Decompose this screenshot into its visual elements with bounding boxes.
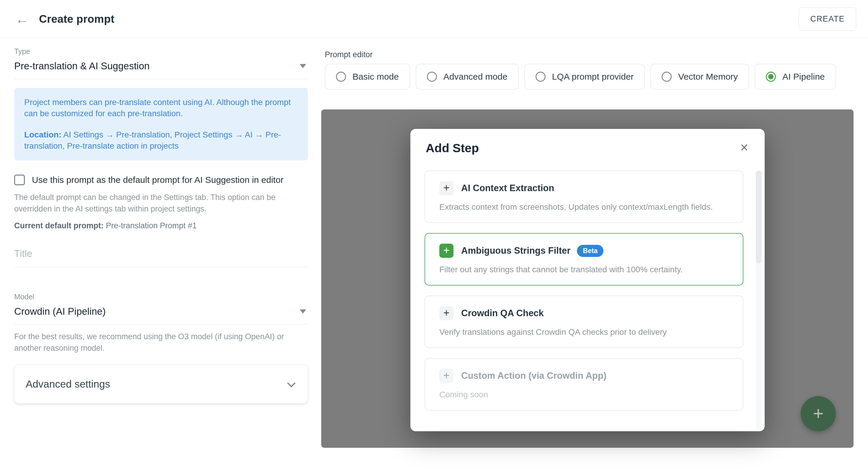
step-title: Custom Action (via Crowdin App): [461, 370, 607, 381]
mode-label: AI Pipeline: [782, 72, 825, 82]
radio-icon: [662, 72, 672, 82]
top-bar: ← Create prompt CREATE: [0, 0, 868, 38]
mode-vector-memory[interactable]: Vector Memory: [650, 64, 749, 90]
model-select[interactable]: Crowdin (AI Pipeline): [14, 306, 308, 325]
step-ambiguous-strings-filter[interactable]: + Ambiguous Strings Filter Beta Filter o…: [425, 233, 743, 286]
modal-title: Add Step: [426, 141, 479, 155]
step-description: Filter out any strings that cannot be tr…: [439, 265, 743, 274]
default-prompt-checkbox-label: Use this prompt as the default prompt fo…: [32, 175, 283, 185]
title-field: [14, 248, 308, 267]
plus-icon: +: [439, 369, 454, 383]
plus-icon: +: [439, 306, 454, 320]
prompt-form: Type Pre-translation & AI Suggestion Pro…: [14, 38, 308, 404]
default-prompt-checkbox-row: Use this prompt as the default prompt fo…: [14, 175, 308, 185]
caret-down-icon: [300, 64, 306, 68]
step-title: Crowdin QA Check: [461, 308, 544, 319]
model-field: Model Crowdin (AI Pipeline) For the best…: [14, 293, 308, 354]
advanced-settings-label: Advanced settings: [26, 378, 110, 390]
step-head: + Custom Action (via Crowdin App): [439, 369, 743, 383]
info-location-label: Location:: [24, 130, 61, 139]
mode-advanced[interactable]: Advanced mode: [416, 64, 519, 90]
step-crowdin-qa-check[interactable]: + Crowdin QA Check Verify translations a…: [425, 296, 743, 348]
info-location: Location: AI Settings → Pre-translation,…: [24, 129, 298, 152]
mode-label: Basic mode: [352, 72, 399, 82]
default-prompt-help: The default prompt can be changed in the…: [14, 192, 308, 215]
step-description: Coming soon: [439, 390, 743, 399]
radio-selected-icon: [766, 72, 776, 82]
mode-basic[interactable]: Basic mode: [325, 64, 410, 90]
default-prompt-checkbox[interactable]: [14, 175, 25, 185]
back-arrow-icon[interactable]: ←: [16, 12, 29, 26]
caret-down-icon: [300, 309, 306, 313]
mode-lqa-prompt-provider[interactable]: LQA prompt provider: [524, 64, 645, 90]
current-default-label: Current default prompt:: [14, 221, 104, 230]
advanced-settings-expander[interactable]: Advanced settings: [14, 365, 308, 404]
step-description: Verify translations against Crowdin QA c…: [439, 327, 743, 337]
step-head: + AI Context Extraction: [439, 181, 743, 195]
model-value: Crowdin (AI Pipeline): [14, 306, 106, 317]
type-value: Pre-translation & AI Suggestion: [14, 61, 150, 72]
current-default-value: Pre-translation Prompt #1: [106, 221, 197, 230]
plus-icon: +: [439, 244, 454, 258]
info-box: Project members can pre-translate conten…: [14, 88, 308, 161]
prompt-editor-label: Prompt editor: [325, 50, 373, 59]
model-label: Model: [14, 293, 308, 301]
create-prompt-page: ← Create prompt CREATE Type Pre-translat…: [0, 0, 868, 469]
step-custom-action: + Custom Action (via Crowdin App) Coming…: [425, 358, 743, 411]
plus-icon: +: [813, 404, 824, 423]
mode-label: Advanced mode: [443, 72, 507, 82]
step-title: Ambiguous Strings Filter: [461, 245, 570, 256]
mode-ai-pipeline[interactable]: AI Pipeline: [755, 64, 836, 90]
step-ai-context-extraction[interactable]: + AI Context Extraction Extracts context…: [425, 170, 743, 223]
beta-badge: Beta: [577, 245, 603, 257]
radio-icon: [336, 72, 346, 82]
page-title: Create prompt: [39, 13, 114, 25]
step-head: + Crowdin QA Check: [439, 306, 743, 320]
model-help: For the best results, we recommend using…: [14, 331, 308, 354]
radio-icon: [427, 72, 437, 82]
radio-icon: [535, 72, 546, 82]
type-field: Type Pre-translation & AI Suggestion: [14, 47, 308, 79]
title-input[interactable]: [14, 248, 308, 259]
step-description: Extracts context from screenshots. Updat…: [439, 202, 743, 212]
mode-label: Vector Memory: [678, 72, 738, 82]
modal-scrollbar-thumb[interactable]: [756, 170, 762, 263]
info-location-text: AI Settings → Pre-translation, Project S…: [24, 130, 281, 150]
step-head: + Ambiguous Strings Filter Beta: [439, 244, 743, 258]
add-step-modal: Add Step ✕ + AI Context Extraction Extra…: [410, 129, 765, 431]
plus-icon: +: [439, 181, 454, 195]
info-paragraph: Project members can pre-translate conten…: [24, 97, 298, 119]
prompt-editor-modes: Basic mode Advanced mode LQA prompt prov…: [325, 64, 836, 90]
close-icon[interactable]: ✕: [740, 142, 749, 153]
step-title: AI Context Extraction: [461, 183, 554, 194]
add-step-fab[interactable]: +: [801, 396, 836, 431]
create-button[interactable]: CREATE: [799, 7, 856, 31]
chevron-down-icon: [287, 379, 296, 387]
type-label: Type: [14, 47, 308, 56]
current-default-prompt: Current default prompt: Pre-translation …: [14, 221, 308, 230]
mode-label: LQA prompt provider: [552, 72, 634, 82]
type-select[interactable]: Pre-translation & AI Suggestion: [14, 61, 308, 79]
